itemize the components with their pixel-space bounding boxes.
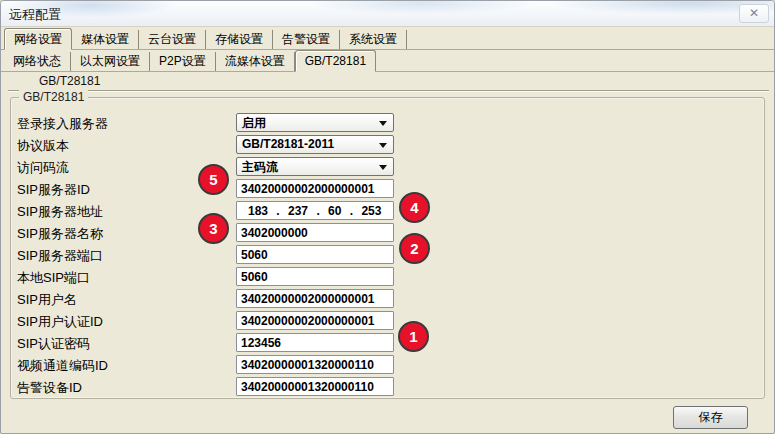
sip-auth-password-input[interactable]	[236, 333, 394, 352]
field-label: SIP用户认证ID	[17, 313, 103, 331]
sip-server-address-input[interactable]	[236, 201, 394, 220]
tab-media-settings[interactable]: 媒体设置	[72, 30, 139, 49]
sip-server-name-input[interactable]	[236, 223, 394, 242]
annotation-badge-1: 1	[398, 321, 429, 352]
form-row: 登录接入服务器 启用	[1, 113, 775, 133]
field-label: SIP服务器端口	[17, 247, 103, 265]
form-row: 本地SIP端口	[1, 267, 775, 287]
form-row: SIP服务器地址	[1, 201, 775, 221]
field-label: SIP服务器名称	[17, 225, 103, 243]
access-stream-select[interactable]: 主码流	[236, 157, 394, 176]
save-button[interactable]: 保存	[673, 406, 748, 429]
local-sip-port-input[interactable]	[236, 267, 394, 286]
combo-value: GB/T28181-2011	[242, 137, 334, 151]
alarm-device-id-input[interactable]	[236, 377, 394, 396]
annotation-badge-2: 2	[399, 233, 430, 264]
tab-system-settings[interactable]: 系统设置	[340, 30, 407, 49]
form-row: SIP服务器端口	[1, 245, 775, 265]
sip-server-id-input[interactable]	[236, 179, 394, 198]
chevron-down-icon	[379, 143, 387, 148]
tab-gbt28181[interactable]: GB/T28181	[295, 50, 376, 72]
field-label: 登录接入服务器	[17, 115, 108, 133]
tab-ethernet-settings[interactable]: 以太网设置	[71, 52, 150, 71]
divider	[8, 90, 769, 92]
field-label: 本地SIP端口	[17, 269, 90, 287]
form-row: SIP服务器ID	[1, 179, 775, 199]
form-row: 访问码流 主码流	[1, 157, 775, 177]
field-label: 告警设备ID	[17, 379, 82, 397]
sip-server-port-input[interactable]	[236, 245, 394, 264]
tab-network-settings[interactable]: 网络设置	[4, 28, 72, 50]
chevron-down-icon	[379, 165, 387, 170]
tab-network-status[interactable]: 网络状态	[4, 52, 71, 71]
form-row: 告警设备ID	[1, 377, 775, 397]
tab-storage-settings[interactable]: 存储设置	[206, 30, 273, 49]
combo-value: 主码流	[242, 159, 278, 176]
close-button[interactable]: ✕	[739, 4, 769, 23]
tab-ptz-settings[interactable]: 云台设置	[139, 30, 206, 49]
title-bar[interactable]: 远程配置 ✕	[1, 1, 775, 27]
field-label: 访问码流	[17, 159, 69, 177]
annotation-badge-3: 3	[198, 213, 229, 244]
close-icon: ✕	[749, 6, 759, 20]
form-row: SIP认证密码	[1, 333, 775, 353]
annotation-badge-4: 4	[399, 192, 430, 223]
field-label: 视频通道编码ID	[17, 357, 108, 375]
combo-value: 启用	[242, 115, 266, 132]
field-label: SIP服务器ID	[17, 181, 90, 199]
remote-config-dialog: 远程配置 ✕ 网络设置 媒体设置 云台设置 存储设置 告警设置 系统设置 网络状…	[0, 0, 775, 434]
form-row: 视频通道编码ID	[1, 355, 775, 375]
field-label: SIP服务器地址	[17, 203, 103, 221]
form-row: 协议版本 GB/T28181-2011	[1, 135, 775, 155]
chevron-down-icon	[379, 121, 387, 126]
form-row: SIP用户认证ID	[1, 311, 775, 331]
protocol-version-select[interactable]: GB/T28181-2011	[236, 135, 394, 154]
annotation-badge-5: 5	[198, 164, 229, 195]
tab-p2p-settings[interactable]: P2P设置	[150, 52, 216, 71]
primary-tab-strip: 网络设置 媒体设置 云台设置 存储设置 告警设置 系统设置	[1, 28, 775, 50]
field-label: SIP用户名	[17, 291, 77, 309]
window-title: 远程配置	[9, 6, 61, 24]
sip-username-input[interactable]	[236, 289, 394, 308]
form-row: SIP服务器名称	[1, 223, 775, 243]
form-row: SIP用户名	[1, 289, 775, 309]
page-title: GB/T28181	[39, 74, 100, 88]
tab-alarm-settings[interactable]: 告警设置	[273, 30, 340, 49]
field-label: SIP认证密码	[17, 335, 90, 353]
login-access-server-select[interactable]: 启用	[236, 113, 394, 132]
video-channel-id-input[interactable]	[236, 355, 394, 374]
field-label: 协议版本	[17, 137, 69, 155]
secondary-tab-strip: 网络状态 以太网设置 P2P设置 流媒体设置 GB/T28181	[1, 50, 775, 72]
tab-stream-media-settings[interactable]: 流媒体设置	[216, 52, 295, 71]
groupbox-title: GB/T28181	[19, 90, 88, 104]
sip-user-auth-id-input[interactable]	[236, 311, 394, 330]
